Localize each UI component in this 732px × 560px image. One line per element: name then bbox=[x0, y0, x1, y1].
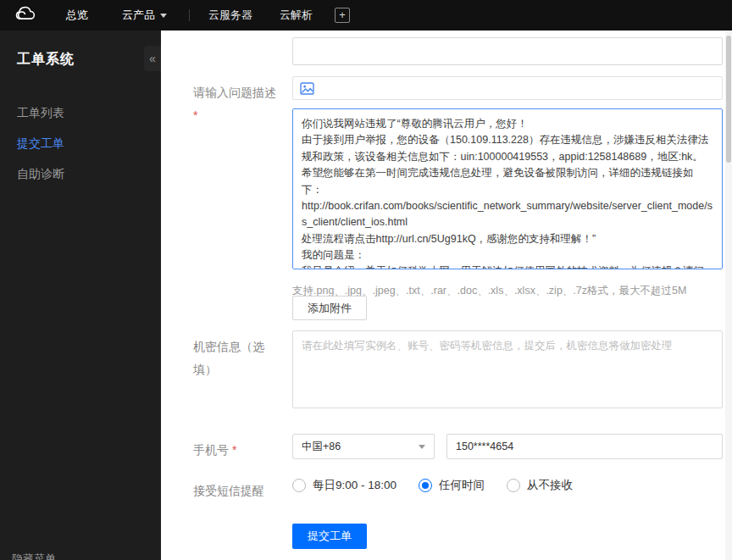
top-navbar: 总览 云产品 云服务器 云解析 + bbox=[0, 0, 732, 30]
sidebar-footer-hide-menu[interactable]: 隐藏菜单 bbox=[12, 552, 56, 560]
submit-ticket-form: 请输入问题描述 * 你们说我网站违规了“尊敬的腾讯云用户，您好！ 由于接到用户举… bbox=[161, 30, 732, 560]
tencent-cloud-console: 总览 云产品 云服务器 云解析 + 工单系统 « 工单列表 提交工单 自助诊断 … bbox=[0, 0, 732, 560]
editor-toolbar bbox=[292, 76, 723, 100]
select-caret-icon bbox=[419, 445, 425, 449]
chevron-down-icon bbox=[160, 14, 167, 18]
ticket-title-input[interactable] bbox=[292, 37, 723, 65]
sms-reminder-label: 接受短信提醒 bbox=[193, 480, 264, 502]
sms-option-never[interactable]: 从不接收 bbox=[507, 478, 573, 493]
sidebar-menu: 工单列表 提交工单 自助诊断 bbox=[0, 97, 161, 189]
sms-option-daytime[interactable]: 每日9:00 - 18:00 bbox=[292, 478, 396, 493]
sidebar-title: 工单系统 bbox=[0, 30, 161, 69]
description-label: 请输入问题描述 * bbox=[193, 81, 276, 126]
description-label-text: 请输入问题描述 bbox=[193, 86, 276, 99]
cloud-logo-icon bbox=[12, 5, 37, 25]
country-code-value: 中国+86 bbox=[302, 440, 341, 454]
sms-option-anytime-label: 任何时间 bbox=[439, 478, 485, 493]
radio-unchecked-icon[interactable] bbox=[292, 479, 306, 492]
sidebar-item-self-diagnosis[interactable]: 自助诊断 bbox=[0, 158, 161, 189]
tencent-cloud-logo[interactable] bbox=[0, 5, 49, 25]
scrollbar-thumb[interactable] bbox=[726, 36, 731, 163]
secret-info-textarea[interactable] bbox=[292, 330, 723, 408]
sidebar-item-ticket-list[interactable]: 工单列表 bbox=[0, 97, 161, 128]
nav-cvm-label: 云服务器 bbox=[208, 8, 252, 23]
description-required-mark: * bbox=[193, 108, 197, 122]
insert-image-icon[interactable] bbox=[300, 82, 314, 95]
sms-option-daytime-label: 每日9:00 - 18:00 bbox=[313, 478, 396, 493]
sms-option-never-label: 从不接收 bbox=[527, 478, 573, 493]
phone-required-mark: * bbox=[232, 443, 236, 457]
phone-number-input[interactable] bbox=[446, 434, 723, 459]
nav-cvm[interactable]: 云服务器 bbox=[195, 0, 266, 30]
secret-info-label: 机密信息（选填） bbox=[193, 335, 269, 380]
nav-products[interactable]: 云产品 bbox=[105, 0, 184, 30]
sms-option-anytime[interactable]: 任何时间 bbox=[419, 478, 485, 493]
sidebar: 工单系统 « 工单列表 提交工单 自助诊断 隐藏菜单 bbox=[0, 30, 161, 560]
sms-radio-group: 每日9:00 - 18:00 任何时间 从不接收 bbox=[292, 478, 573, 493]
radio-unchecked-icon[interactable] bbox=[507, 479, 520, 492]
vertical-scrollbar[interactable] bbox=[725, 30, 732, 560]
nav-dns[interactable]: 云解析 bbox=[266, 0, 326, 30]
submit-ticket-button[interactable]: 提交工单 bbox=[292, 524, 367, 549]
country-code-select[interactable]: 中国+86 bbox=[292, 434, 435, 459]
add-attachment-button[interactable]: 添加附件 bbox=[292, 296, 367, 320]
sidebar-collapse-icon[interactable]: « bbox=[144, 46, 161, 71]
nav-overview-label: 总览 bbox=[66, 8, 88, 23]
phone-label: 手机号 * bbox=[193, 439, 236, 462]
description-textarea[interactable]: 你们说我网站违规了“尊敬的腾讯云用户，您好！ 由于接到用户举报，您的设备（150… bbox=[292, 108, 723, 269]
nav-dns-label: 云解析 bbox=[280, 8, 313, 23]
nav-products-label: 云产品 bbox=[122, 8, 155, 23]
phone-label-text: 手机号 bbox=[193, 443, 229, 457]
radio-checked-icon[interactable] bbox=[419, 479, 432, 492]
sidebar-item-submit-ticket[interactable]: 提交工单 bbox=[0, 128, 161, 158]
nav-overview[interactable]: 总览 bbox=[49, 0, 105, 30]
add-shortcut-icon[interactable]: + bbox=[335, 8, 350, 23]
topbar-divider bbox=[189, 9, 190, 21]
